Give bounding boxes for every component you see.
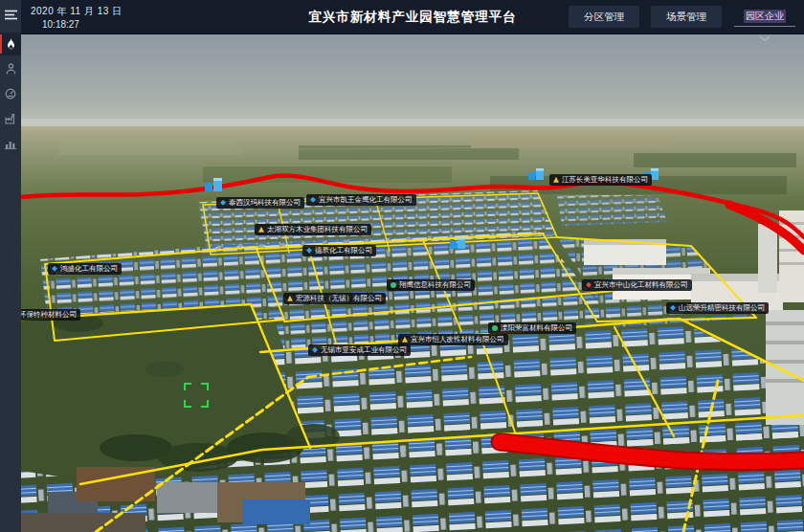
gauge-icon	[5, 88, 16, 100]
enterprise-marker-icon	[586, 282, 592, 288]
top-header: 2020 年 11 月 13 日 10:18:27 宜兴市新材料产业园智慧管理平…	[21, 0, 804, 34]
enterprise-marker-icon	[220, 200, 226, 206]
company-name: 江苏长美亚华科技有限公司	[562, 176, 648, 184]
company-name: 德辰化工有限公司	[315, 247, 372, 255]
enterprise-marker-icon	[670, 305, 676, 311]
company-name: 宜兴市凯王金鹰化工有限公司	[319, 196, 413, 204]
chevron-down-icon	[733, 29, 796, 44]
company-name: 无锡市亚安成工业有限公司	[321, 346, 407, 354]
company-name: 太湖双方木业集团科技有限公司	[267, 226, 368, 233]
sidebar-item-monitor[interactable]	[0, 82, 21, 105]
factory-icon	[5, 113, 16, 124]
company-name: 宜兴市恒人改性材料有限公司	[411, 336, 504, 344]
company-label[interactable]: 宏源科技（无锡）有限公司	[283, 293, 386, 304]
left-icon-rail	[0, 0, 21, 532]
map-selection-target[interactable]	[184, 383, 209, 408]
company-label[interactable]: 宜兴市中山化工材料有限公司	[582, 279, 692, 291]
company-label[interactable]: 鸿盛化工有限公司	[48, 263, 122, 275]
enterprise-marker-icon	[312, 347, 318, 353]
company-name: 宜兴市中山化工材料有限公司	[594, 281, 688, 289]
scene-management-button[interactable]: 场景管理	[651, 6, 722, 28]
sidebar-item-personnel[interactable]	[0, 57, 21, 80]
company-name: 溧阳荣富材料有限公司	[501, 324, 572, 332]
company-name: 宏源科技（无锡）有限公司	[296, 295, 382, 302]
park-enterprise-dropdown[interactable]: 园区企业	[733, 6, 796, 44]
company-name: 翔鹰信息科技有限公司	[399, 281, 471, 289]
company-label[interactable]: 德辰化工有限公司	[302, 245, 376, 256]
enterprise-marker-icon	[391, 282, 396, 288]
company-label[interactable]: 无锡市亚安成工业有限公司	[308, 344, 411, 356]
dropdown-divider	[734, 26, 795, 27]
sky	[21, 34, 804, 130]
enterprise-marker-icon	[492, 325, 498, 331]
company-label[interactable]: 溧阳荣富材料有限公司	[488, 322, 576, 334]
enterprise-marker-icon	[553, 177, 559, 183]
dropdown-label: 园区企业	[744, 10, 786, 23]
company-label[interactable]: 宜兴市恒人改性材料有限公司	[398, 334, 508, 345]
header-actions: 分区管理 场景管理 园区企业	[569, 6, 796, 44]
company-label[interactable]: 翔鹰信息科技有限公司	[387, 279, 475, 291]
enterprise-marker-icon	[306, 248, 312, 254]
company-name: 山远荣升精密科技有限公司	[679, 304, 765, 312]
flame-icon	[6, 38, 16, 51]
enterprise-marker-icon	[258, 227, 264, 233]
bar-chart-icon	[5, 139, 16, 149]
enterprise-marker-icon	[287, 296, 293, 301]
zone-management-button[interactable]: 分区管理	[569, 6, 639, 28]
enterprise-marker-icon	[402, 337, 408, 343]
menu-icon[interactable]	[0, 6, 21, 23]
company-label[interactable]: 山远荣升精密科技有限公司	[666, 302, 769, 314]
company-label[interactable]: 泰西汉玛科技有限公司	[216, 197, 304, 209]
enterprise-marker-icon	[52, 266, 57, 272]
sidebar-item-enterprises[interactable]	[0, 107, 21, 130]
company-name: 泰西汉玛科技有限公司	[229, 199, 301, 207]
person-icon	[6, 63, 16, 75]
company-label[interactable]: 太湖双方木业集团科技有限公司	[255, 224, 371, 235]
company-label[interactable]: 江苏长美亚华科技有限公司	[549, 174, 652, 186]
sidebar-item-fire[interactable]	[0, 33, 21, 55]
company-name: 鸿盛化工有限公司	[60, 265, 118, 273]
sidebar-item-statistics[interactable]	[0, 132, 21, 155]
enterprise-marker-icon	[310, 197, 316, 203]
company-label[interactable]: 宜兴市凯王金鹰化工有限公司	[306, 194, 416, 206]
